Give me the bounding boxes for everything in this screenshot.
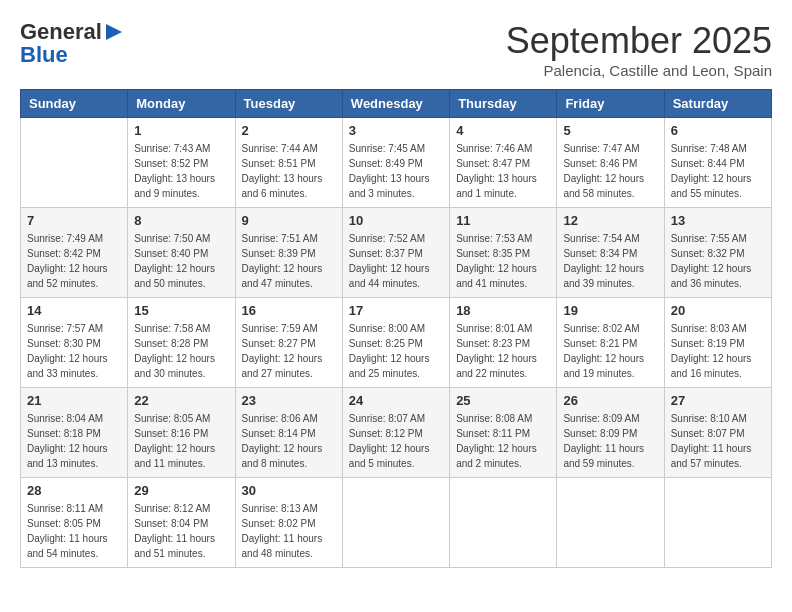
week-row-1: 1Sunrise: 7:43 AM Sunset: 8:52 PM Daylig… <box>21 118 772 208</box>
calendar-cell: 2Sunrise: 7:44 AM Sunset: 8:51 PM Daylig… <box>235 118 342 208</box>
calendar-cell: 7Sunrise: 7:49 AM Sunset: 8:42 PM Daylig… <box>21 208 128 298</box>
header-day-saturday: Saturday <box>664 90 771 118</box>
day-info: Sunrise: 8:04 AM Sunset: 8:18 PM Dayligh… <box>27 411 121 471</box>
day-number: 19 <box>563 303 657 318</box>
calendar-cell: 23Sunrise: 8:06 AM Sunset: 8:14 PM Dayli… <box>235 388 342 478</box>
day-number: 15 <box>134 303 228 318</box>
location: Palencia, Castille and Leon, Spain <box>506 62 772 79</box>
logo-arrow-icon <box>104 22 124 42</box>
calendar-cell <box>450 478 557 568</box>
calendar-cell <box>557 478 664 568</box>
day-number: 17 <box>349 303 443 318</box>
day-number: 28 <box>27 483 121 498</box>
day-number: 11 <box>456 213 550 228</box>
calendar-cell: 13Sunrise: 7:55 AM Sunset: 8:32 PM Dayli… <box>664 208 771 298</box>
day-number: 9 <box>242 213 336 228</box>
calendar-cell: 16Sunrise: 7:59 AM Sunset: 8:27 PM Dayli… <box>235 298 342 388</box>
day-info: Sunrise: 7:45 AM Sunset: 8:49 PM Dayligh… <box>349 141 443 201</box>
calendar-cell: 11Sunrise: 7:53 AM Sunset: 8:35 PM Dayli… <box>450 208 557 298</box>
header-day-friday: Friday <box>557 90 664 118</box>
day-info: Sunrise: 8:07 AM Sunset: 8:12 PM Dayligh… <box>349 411 443 471</box>
header-day-wednesday: Wednesday <box>342 90 449 118</box>
calendar-cell: 28Sunrise: 8:11 AM Sunset: 8:05 PM Dayli… <box>21 478 128 568</box>
day-number: 23 <box>242 393 336 408</box>
calendar-cell: 19Sunrise: 8:02 AM Sunset: 8:21 PM Dayli… <box>557 298 664 388</box>
day-info: Sunrise: 7:58 AM Sunset: 8:28 PM Dayligh… <box>134 321 228 381</box>
day-info: Sunrise: 8:10 AM Sunset: 8:07 PM Dayligh… <box>671 411 765 471</box>
day-number: 20 <box>671 303 765 318</box>
logo: General Blue <box>20 20 124 66</box>
calendar-body: 1Sunrise: 7:43 AM Sunset: 8:52 PM Daylig… <box>21 118 772 568</box>
calendar-cell: 20Sunrise: 8:03 AM Sunset: 8:19 PM Dayli… <box>664 298 771 388</box>
day-number: 21 <box>27 393 121 408</box>
day-number: 7 <box>27 213 121 228</box>
day-info: Sunrise: 7:50 AM Sunset: 8:40 PM Dayligh… <box>134 231 228 291</box>
week-row-5: 28Sunrise: 8:11 AM Sunset: 8:05 PM Dayli… <box>21 478 772 568</box>
day-info: Sunrise: 7:49 AM Sunset: 8:42 PM Dayligh… <box>27 231 121 291</box>
calendar-cell: 12Sunrise: 7:54 AM Sunset: 8:34 PM Dayli… <box>557 208 664 298</box>
day-number: 1 <box>134 123 228 138</box>
day-info: Sunrise: 7:47 AM Sunset: 8:46 PM Dayligh… <box>563 141 657 201</box>
day-number: 25 <box>456 393 550 408</box>
header: General Blue September 2025 Palencia, Ca… <box>20 20 772 79</box>
calendar-cell: 21Sunrise: 8:04 AM Sunset: 8:18 PM Dayli… <box>21 388 128 478</box>
day-number: 26 <box>563 393 657 408</box>
day-info: Sunrise: 8:02 AM Sunset: 8:21 PM Dayligh… <box>563 321 657 381</box>
calendar-cell: 15Sunrise: 7:58 AM Sunset: 8:28 PM Dayli… <box>128 298 235 388</box>
calendar-cell: 29Sunrise: 8:12 AM Sunset: 8:04 PM Dayli… <box>128 478 235 568</box>
calendar-cell: 9Sunrise: 7:51 AM Sunset: 8:39 PM Daylig… <box>235 208 342 298</box>
day-number: 22 <box>134 393 228 408</box>
day-number: 8 <box>134 213 228 228</box>
month-title: September 2025 <box>506 20 772 62</box>
week-row-3: 14Sunrise: 7:57 AM Sunset: 8:30 PM Dayli… <box>21 298 772 388</box>
day-info: Sunrise: 8:06 AM Sunset: 8:14 PM Dayligh… <box>242 411 336 471</box>
day-info: Sunrise: 7:46 AM Sunset: 8:47 PM Dayligh… <box>456 141 550 201</box>
day-number: 27 <box>671 393 765 408</box>
day-info: Sunrise: 7:55 AM Sunset: 8:32 PM Dayligh… <box>671 231 765 291</box>
day-info: Sunrise: 7:57 AM Sunset: 8:30 PM Dayligh… <box>27 321 121 381</box>
day-info: Sunrise: 8:13 AM Sunset: 8:02 PM Dayligh… <box>242 501 336 561</box>
day-number: 12 <box>563 213 657 228</box>
calendar-cell <box>21 118 128 208</box>
calendar-cell: 5Sunrise: 7:47 AM Sunset: 8:46 PM Daylig… <box>557 118 664 208</box>
calendar-cell: 6Sunrise: 7:48 AM Sunset: 8:44 PM Daylig… <box>664 118 771 208</box>
day-info: Sunrise: 8:05 AM Sunset: 8:16 PM Dayligh… <box>134 411 228 471</box>
calendar-cell: 3Sunrise: 7:45 AM Sunset: 8:49 PM Daylig… <box>342 118 449 208</box>
day-number: 2 <box>242 123 336 138</box>
day-info: Sunrise: 7:44 AM Sunset: 8:51 PM Dayligh… <box>242 141 336 201</box>
day-info: Sunrise: 7:43 AM Sunset: 8:52 PM Dayligh… <box>134 141 228 201</box>
calendar-cell <box>664 478 771 568</box>
calendar-cell: 8Sunrise: 7:50 AM Sunset: 8:40 PM Daylig… <box>128 208 235 298</box>
day-info: Sunrise: 8:11 AM Sunset: 8:05 PM Dayligh… <box>27 501 121 561</box>
day-number: 14 <box>27 303 121 318</box>
header-day-sunday: Sunday <box>21 90 128 118</box>
calendar-cell: 18Sunrise: 8:01 AM Sunset: 8:23 PM Dayli… <box>450 298 557 388</box>
calendar-cell: 30Sunrise: 8:13 AM Sunset: 8:02 PM Dayli… <box>235 478 342 568</box>
week-row-4: 21Sunrise: 8:04 AM Sunset: 8:18 PM Dayli… <box>21 388 772 478</box>
calendar-cell: 14Sunrise: 7:57 AM Sunset: 8:30 PM Dayli… <box>21 298 128 388</box>
calendar-header: SundayMondayTuesdayWednesdayThursdayFrid… <box>21 90 772 118</box>
calendar-cell: 24Sunrise: 8:07 AM Sunset: 8:12 PM Dayli… <box>342 388 449 478</box>
day-info: Sunrise: 7:48 AM Sunset: 8:44 PM Dayligh… <box>671 141 765 201</box>
calendar-cell: 26Sunrise: 8:09 AM Sunset: 8:09 PM Dayli… <box>557 388 664 478</box>
calendar-cell: 17Sunrise: 8:00 AM Sunset: 8:25 PM Dayli… <box>342 298 449 388</box>
header-day-thursday: Thursday <box>450 90 557 118</box>
day-info: Sunrise: 8:08 AM Sunset: 8:11 PM Dayligh… <box>456 411 550 471</box>
calendar-cell: 1Sunrise: 7:43 AM Sunset: 8:52 PM Daylig… <box>128 118 235 208</box>
day-number: 6 <box>671 123 765 138</box>
day-number: 10 <box>349 213 443 228</box>
day-info: Sunrise: 7:53 AM Sunset: 8:35 PM Dayligh… <box>456 231 550 291</box>
day-info: Sunrise: 7:51 AM Sunset: 8:39 PM Dayligh… <box>242 231 336 291</box>
day-number: 24 <box>349 393 443 408</box>
day-number: 3 <box>349 123 443 138</box>
day-number: 13 <box>671 213 765 228</box>
day-number: 18 <box>456 303 550 318</box>
logo-text-blue: Blue <box>20 44 124 66</box>
week-row-2: 7Sunrise: 7:49 AM Sunset: 8:42 PM Daylig… <box>21 208 772 298</box>
calendar-table: SundayMondayTuesdayWednesdayThursdayFrid… <box>20 89 772 568</box>
day-number: 4 <box>456 123 550 138</box>
header-day-monday: Monday <box>128 90 235 118</box>
day-info: Sunrise: 7:59 AM Sunset: 8:27 PM Dayligh… <box>242 321 336 381</box>
title-area: September 2025 Palencia, Castille and Le… <box>506 20 772 79</box>
calendar-cell: 25Sunrise: 8:08 AM Sunset: 8:11 PM Dayli… <box>450 388 557 478</box>
